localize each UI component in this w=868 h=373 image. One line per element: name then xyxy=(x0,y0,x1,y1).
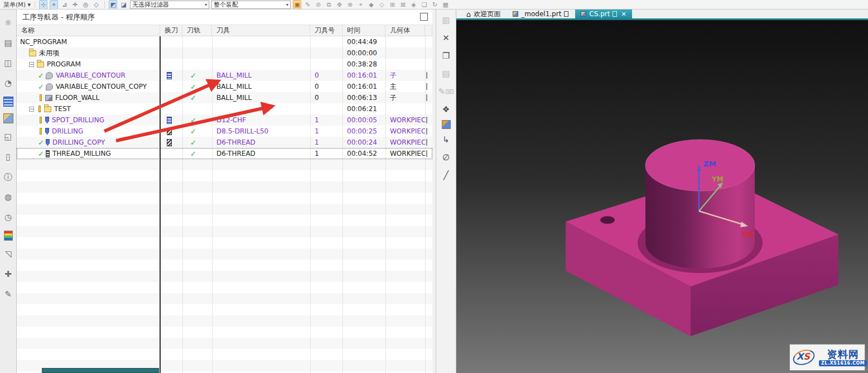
shaded-view-icon[interactable]: ◆ xyxy=(367,1,375,9)
table-row[interactable]: FLOOR_WALL✓BALL_MILL000:06:13子 xyxy=(17,92,432,103)
column-header-时间[interactable]: 时间 xyxy=(343,25,385,36)
table-row[interactable]: ✓VARIABLE_CONTOUR✓BALL_MILL000:16:01子 xyxy=(17,70,432,81)
tree-expander-icon[interactable]: − xyxy=(29,62,34,67)
history-icon[interactable]: ◷ xyxy=(2,211,15,224)
machine-tool-navigator-icon[interactable] xyxy=(3,113,13,123)
column-header-extra[interactable] xyxy=(425,25,432,36)
column-header-刀具号[interactable]: 刀具号 xyxy=(310,25,343,36)
visualization-icon[interactable] xyxy=(4,231,13,241)
zm-axis-label: ZM xyxy=(703,160,716,168)
process-assistant-icon[interactable]: ◱ xyxy=(2,130,15,144)
rename-icon[interactable]: ✎ABC xyxy=(439,84,454,99)
tree-expander-icon[interactable]: − xyxy=(29,107,34,112)
name-cell[interactable]: NC_PROGRAM xyxy=(17,36,160,47)
name-cell[interactable]: ✓THREAD_MILLING xyxy=(17,148,160,159)
toolbox-icon[interactable]: ✚ xyxy=(2,267,15,281)
constraint-navigator-icon[interactable]: ◫ xyxy=(2,56,15,70)
table-row[interactable]: DRILLING✓D8.5-DRILL-L50100:00:25WORKPIEC… xyxy=(17,126,432,137)
assembly-navigator-icon[interactable]: ▤ xyxy=(2,36,15,50)
pan-icon[interactable]: ✥ xyxy=(335,1,344,9)
table-row[interactable]: ✓THREAD_MILLING✓D6-THREAD100:04:52WORKPI… xyxy=(17,148,432,159)
boss-cylinder[interactable] xyxy=(638,140,763,273)
selection-filter-dropdown[interactable]: 无选择过滤器▾ xyxy=(130,1,209,9)
extra-cell xyxy=(425,59,432,70)
orient-view-icon[interactable]: ⌖ xyxy=(356,1,365,9)
toolpath-cell xyxy=(182,36,212,47)
vertical-scrollbar-track[interactable] xyxy=(432,9,436,373)
copy-hierarchy-icon[interactable]: ❖ xyxy=(439,102,454,117)
table-row[interactable]: SPOT_DRILLING✓D12-CHF100:00:05WORKPIECE xyxy=(17,114,432,126)
name-cell[interactable]: 未用项 xyxy=(17,47,160,59)
delete-icon[interactable]: ✕ xyxy=(439,31,454,45)
generated-check-icon: ✓ xyxy=(38,71,44,80)
snap-intersection-icon[interactable]: ✛ xyxy=(71,1,79,9)
hide-icon[interactable]: ∅ xyxy=(439,150,454,165)
name-cell[interactable]: ✓DRILLING_COPY xyxy=(17,137,160,148)
paste-icon[interactable]: ▤ xyxy=(439,66,454,81)
close-icon[interactable]: ✕ xyxy=(621,11,626,18)
column-header-换刀[interactable]: 换刀 xyxy=(160,25,182,36)
table-row[interactable]: NC_PROGRAM00:44:49 xyxy=(17,36,432,47)
snap-endpoint-icon[interactable]: ⌖ xyxy=(50,0,58,9)
table-row[interactable]: ✓VARIABLE_CONTOUR_COPY✓BALL_MILL000:16:0… xyxy=(17,81,432,92)
snap-point-icon[interactable]: ⊹ xyxy=(39,0,47,9)
part-template-icon[interactable]: ◹ xyxy=(2,247,15,261)
show-hide-icon[interactable]: ⊘ xyxy=(314,1,322,9)
datum-display-icon[interactable]: ▦ xyxy=(441,1,450,9)
fit-view-icon[interactable]: ⊠ xyxy=(399,1,407,9)
float-panel-icon[interactable] xyxy=(420,13,428,21)
transform-icon[interactable]: ↳ xyxy=(439,132,454,147)
name-cell[interactable]: −PROGRAM xyxy=(17,59,160,70)
table-row[interactable]: −PROGRAM00:38:28 xyxy=(17,59,432,70)
graphics-viewport[interactable]: ZM YM XM XS 资料网 ZL.XS1616.COM xyxy=(456,20,868,373)
perspective-icon[interactable]: ◈ xyxy=(409,1,418,9)
select-face-icon[interactable]: ◩ xyxy=(109,0,117,9)
tab-cs[interactable]: CS.prt✕ xyxy=(575,9,631,18)
snapshot-icon[interactable]: ❏ xyxy=(420,1,428,9)
name-cell[interactable]: SPOT_DRILLING xyxy=(17,114,160,126)
internet-explorer-icon[interactable]: ⓘ xyxy=(2,170,15,184)
toolpath-cell xyxy=(182,47,212,59)
open-icon[interactable]: ❐ xyxy=(439,49,454,63)
edit-object-display-icon[interactable]: ✎ xyxy=(303,1,312,9)
journal-icon[interactable]: ✎ xyxy=(2,288,15,301)
column-header-几何体[interactable]: 几何体 xyxy=(385,25,425,36)
tab-model1[interactable]: _model1.prt xyxy=(507,9,574,18)
column-header-名称[interactable]: 名称 xyxy=(17,25,160,36)
name-cell[interactable]: ✓VARIABLE_CONTOUR xyxy=(17,70,160,81)
reuse-library-icon[interactable]: ▯ xyxy=(2,150,15,164)
zoom-icon[interactable]: ⊕ xyxy=(346,1,354,9)
snap-midpoint-icon[interactable]: ⊿ xyxy=(60,1,69,9)
web-browser-icon[interactable]: ◍ xyxy=(2,190,15,204)
column-header-刀轨[interactable]: 刀轨 xyxy=(182,25,212,36)
menu-button[interactable]: 菜单(M) ▾ xyxy=(3,1,31,9)
selection-scope-dropdown[interactable]: 整个装配▾ xyxy=(211,1,291,9)
wireframe-view-icon[interactable]: ◇ xyxy=(378,1,386,9)
layer-settings-icon[interactable]: ⧉ xyxy=(325,1,333,9)
create-tool-icon[interactable]: ▥ xyxy=(439,13,454,27)
name-cell[interactable]: FLOOR_WALL xyxy=(17,92,160,103)
rotate-view-icon[interactable]: ↻ xyxy=(431,1,439,9)
window-icon[interactable]: ⊞ xyxy=(388,1,397,9)
select-body-icon[interactable]: ◪ xyxy=(119,1,128,9)
operation-navigator-icon[interactable] xyxy=(3,97,13,107)
name-cell[interactable]: ✓VARIABLE_CONTOUR_COPY xyxy=(17,81,160,92)
measure-icon[interactable]: ╱ xyxy=(439,168,454,183)
nx-application-window: 菜单(M) ▾⊹⌖⊿✛◎◇◩◪无选择过滤器▾整个装配▾▣✎⊘⧉✥⊕⌖◆◇⊞⊠◈❏… xyxy=(0,0,868,373)
table-row[interactable]: 未用项00:00:00 xyxy=(17,47,432,59)
time-cell: 00:00:05 xyxy=(343,114,385,126)
part-navigator-icon[interactable]: ◔ xyxy=(2,76,15,90)
horizontal-scrollbar-thumb[interactable] xyxy=(42,368,159,373)
name-cell[interactable]: −TEST xyxy=(17,103,160,114)
roles-gear-icon[interactable]: ☼ xyxy=(2,16,15,30)
column-header-刀具[interactable]: 刀具 xyxy=(212,25,310,36)
name-cell[interactable]: DRILLING xyxy=(17,126,160,137)
show-part-icon[interactable]: ▣ xyxy=(293,0,301,9)
tab-welcome[interactable]: ⌂欢迎页面 xyxy=(461,9,506,18)
block-hole[interactable] xyxy=(600,216,615,224)
table-row[interactable]: −TEST00:06:21 xyxy=(17,103,432,114)
snap-quadrant-icon[interactable]: ◇ xyxy=(92,1,100,9)
table-row[interactable]: ✓DRILLING_COPY✓D6-THREAD100:00:24WORKPIE… xyxy=(17,137,432,148)
snap-center-icon[interactable]: ◎ xyxy=(81,1,90,9)
assembly-hierarchy-icon[interactable] xyxy=(442,120,451,129)
